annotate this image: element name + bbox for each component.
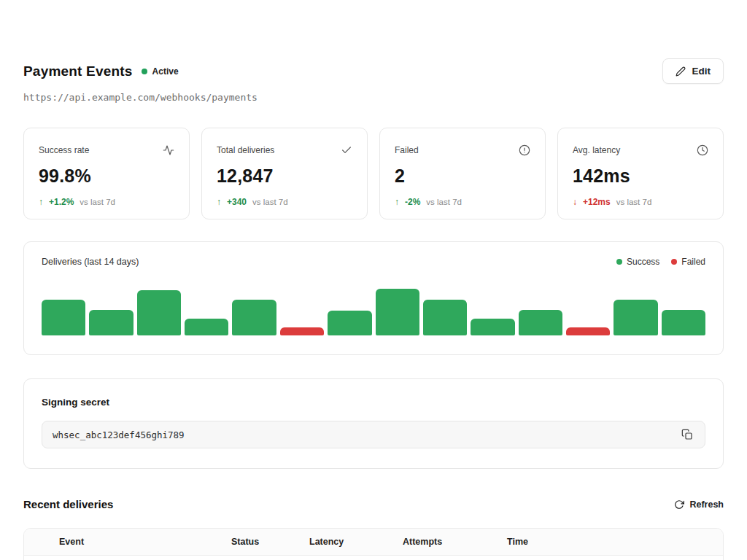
stat-card-success-rate: Success rate 99.8% ↑ +1.2% vs last 7d (23, 128, 190, 219)
column-header-event: Event (24, 537, 231, 547)
chart-bar (566, 327, 610, 335)
webhook-detail-page: Payment Events Active Edit https://api.e… (0, 0, 747, 560)
chart-bar (328, 311, 371, 335)
chart-bar (185, 319, 228, 335)
column-header-attempts: Attempts (403, 537, 507, 547)
legend-item-failed: Failed (671, 257, 705, 267)
delta-up-arrow-icon: ↑ (395, 197, 399, 207)
refresh-icon (674, 499, 684, 510)
stat-delta: -2% (405, 197, 420, 207)
stats-grid: Success rate 99.8% ↑ +1.2% vs last 7d To… (23, 128, 724, 219)
table-row[interactable]: payment.succeeded 200 124ms 1 Nov 4, 202… (24, 556, 723, 560)
chart-bar (614, 300, 657, 335)
stat-card-total-deliveries: Total deliveries 12,847 ↑ +340 vs last 7… (201, 128, 368, 219)
chart-bar (232, 300, 276, 335)
legend-failed-label: Failed (681, 257, 705, 267)
legend-success-label: Success (627, 257, 659, 267)
column-header-status: Status (231, 537, 309, 547)
active-status-dot-icon (142, 69, 147, 74)
stat-value: 12,847 (217, 166, 352, 187)
stat-value: 142ms (573, 166, 708, 187)
deliveries-chart-card: Deliveries (last 14 days) Success Failed (23, 241, 724, 355)
delta-down-arrow-icon: ↓ (573, 197, 577, 207)
legend-success-dot-icon (616, 259, 622, 265)
signing-secret-field: whsec_abc123def456ghi789 (42, 421, 705, 448)
legend-failed-dot-icon (671, 259, 677, 265)
signing-secret-value: whsec_abc123def456ghi789 (53, 429, 185, 440)
stat-value: 2 (395, 166, 530, 187)
copy-icon (681, 429, 693, 440)
stat-card-failed: Failed 2 ↑ -2% vs last 7d (379, 128, 546, 219)
stat-delta: +12ms (583, 197, 611, 207)
edit-button-label: Edit (692, 66, 711, 77)
column-header-time: Time (507, 537, 723, 547)
delta-up-arrow-icon: ↑ (39, 197, 43, 207)
endpoint-url: https://api.example.com/webhooks/payment… (23, 92, 724, 103)
stat-delta-period: vs last 7d (426, 198, 462, 206)
deliveries-table: Event Status Latency Attempts Time payme… (23, 528, 724, 560)
recent-deliveries-title: Recent deliveries (23, 498, 113, 510)
refresh-button[interactable]: Refresh (674, 499, 724, 510)
chart-title: Deliveries (last 14 days) (42, 257, 139, 267)
title-group: Payment Events Active (23, 63, 179, 79)
stat-label: Avg. latency (573, 145, 620, 155)
stat-delta-period: vs last 7d (80, 198, 115, 206)
column-header-latency: Latency (309, 537, 403, 547)
page-header: Payment Events Active Edit (23, 0, 724, 84)
alert-circle-icon (519, 144, 530, 156)
chart-bar (42, 300, 85, 335)
stat-delta-period: vs last 7d (616, 198, 652, 206)
status-badge: Active (142, 66, 179, 77)
stat-delta: +1.2% (49, 197, 74, 207)
legend-item-success: Success (616, 257, 659, 267)
chart-bar (662, 310, 705, 335)
signing-secret-label: Signing secret (42, 397, 705, 408)
copy-button[interactable] (680, 427, 694, 442)
recent-deliveries-header: Recent deliveries Refresh (23, 498, 724, 510)
status-label: Active (152, 66, 179, 77)
check-icon (341, 144, 352, 156)
stat-label: Total deliveries (217, 145, 274, 155)
pencil-icon (676, 66, 686, 77)
chart-bar (137, 290, 181, 335)
signing-secret-card: Signing secret whsec_abc123def456ghi789 (23, 378, 724, 469)
chart-bar (423, 300, 467, 335)
chart-bar (471, 319, 514, 335)
page-title: Payment Events (23, 63, 133, 79)
stat-value: 99.8% (39, 166, 174, 187)
activity-icon (163, 144, 174, 156)
stat-card-avg-latency: Avg. latency 142ms ↓ +12ms vs last 7d (557, 128, 724, 219)
chart-legend: Success Failed (616, 257, 705, 267)
clock-icon (697, 144, 708, 156)
chart-bar (376, 289, 419, 335)
table-header-row: Event Status Latency Attempts Time (24, 529, 723, 556)
stat-label: Failed (395, 145, 419, 155)
chart-bar (519, 310, 562, 335)
delta-up-arrow-icon: ↑ (217, 197, 221, 207)
stat-label: Success rate (39, 145, 89, 155)
chart-bar (280, 327, 324, 335)
bar-chart (42, 283, 705, 335)
chart-bar (89, 310, 133, 335)
stat-delta: +340 (227, 197, 247, 207)
refresh-button-label: Refresh (689, 499, 724, 510)
edit-button[interactable]: Edit (662, 58, 724, 84)
stat-delta-period: vs last 7d (252, 198, 288, 206)
